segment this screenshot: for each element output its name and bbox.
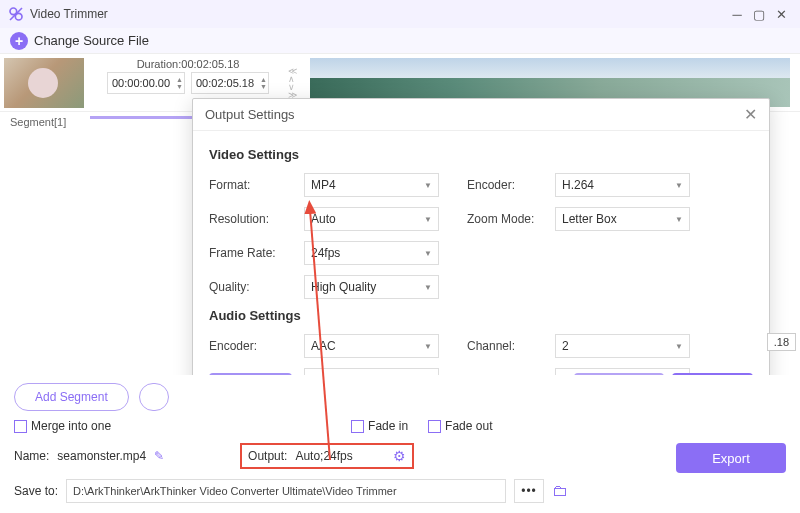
- audio-encoder-label: Encoder:: [209, 339, 304, 353]
- change-source-label: Change Source File: [34, 33, 149, 48]
- audio-encoder-select[interactable]: AAC▼: [304, 334, 439, 358]
- add-segment-button[interactable]: Add Segment: [14, 383, 129, 411]
- gear-icon[interactable]: ⚙: [393, 448, 406, 464]
- minimize-button[interactable]: ─: [726, 3, 748, 25]
- quality-select[interactable]: High Quality▼: [304, 275, 439, 299]
- dialog-title: Output Settings: [205, 107, 295, 122]
- channel-select[interactable]: 2▼: [555, 334, 690, 358]
- app-logo-icon: [8, 6, 24, 22]
- audio-settings-heading: Audio Settings: [209, 308, 753, 323]
- maximize-button[interactable]: ▢: [748, 3, 770, 25]
- duration-label: Duration:00:02:05.18: [137, 58, 240, 70]
- resolution-label: Resolution:: [209, 212, 304, 226]
- output-settings-dialog: Output Settings ✕ Video Settings Format:…: [192, 98, 770, 410]
- video-settings-heading: Video Settings: [209, 147, 753, 162]
- dialog-header: Output Settings ✕: [193, 99, 769, 131]
- spinner-icon[interactable]: ▲▼: [260, 76, 267, 90]
- framerate-select[interactable]: 24fps▼: [304, 241, 439, 265]
- plus-icon: +: [10, 32, 28, 50]
- secondary-button[interactable]: [139, 383, 169, 411]
- chevron-down-icon: ▼: [424, 283, 432, 292]
- window-title: Video Trimmer: [30, 7, 726, 21]
- format-label: Format:: [209, 178, 304, 192]
- format-select[interactable]: MP4▼: [304, 173, 439, 197]
- chevron-down-icon: ▼: [424, 215, 432, 224]
- change-source-bar[interactable]: + Change Source File: [0, 28, 800, 54]
- save-path-input[interactable]: D:\ArkThinker\ArkThinker Video Converter…: [66, 479, 506, 503]
- quality-label: Quality:: [209, 280, 304, 294]
- browse-button[interactable]: •••: [514, 479, 544, 503]
- fadeout-checkbox[interactable]: Fade out: [428, 419, 492, 433]
- chevron-down-icon: ▼: [424, 342, 432, 351]
- output-label: Output:: [248, 449, 287, 463]
- chevron-down-icon: ▼: [675, 181, 683, 190]
- framerate-label: Frame Rate:: [209, 246, 304, 260]
- spinner-icon[interactable]: ▲▼: [176, 76, 183, 90]
- close-button[interactable]: ✕: [770, 3, 792, 25]
- zoom-mode-label: Zoom Mode:: [467, 212, 555, 226]
- segment-label: Segment[1]: [10, 116, 66, 128]
- edit-name-icon[interactable]: ✎: [154, 449, 164, 463]
- start-time-input[interactable]: 00:00:00.00▲▼: [107, 72, 185, 94]
- resolution-select[interactable]: Auto▼: [304, 207, 439, 231]
- open-folder-icon[interactable]: 🗀: [552, 482, 568, 500]
- encoder-label: Encoder:: [467, 178, 555, 192]
- merge-checkbox[interactable]: Merge into one: [14, 419, 111, 433]
- zoom-mode-select[interactable]: Letter Box▼: [555, 207, 690, 231]
- chevron-down-icon: ▼: [675, 215, 683, 224]
- name-label: Name:: [14, 449, 49, 463]
- end-time-input[interactable]: 00:02:05.18▲▼: [191, 72, 269, 94]
- chevron-down-icon: ▼: [424, 181, 432, 190]
- chevron-down-icon: ▼: [675, 342, 683, 351]
- output-value: Auto;24fps: [295, 449, 385, 463]
- output-summary-box: Output: Auto;24fps ⚙: [240, 443, 414, 469]
- channel-label: Channel:: [467, 339, 555, 353]
- chevron-down-icon: ▼: [424, 249, 432, 258]
- filename-text: seamonster.mp4: [57, 449, 146, 463]
- export-button[interactable]: Export: [676, 443, 786, 473]
- save-to-label: Save to:: [14, 484, 58, 498]
- video-thumbnail[interactable]: [4, 58, 84, 108]
- video-encoder-select[interactable]: H.264▼: [555, 173, 690, 197]
- dialog-close-button[interactable]: ✕: [744, 105, 757, 124]
- titlebar: Video Trimmer ─ ▢ ✕: [0, 0, 800, 28]
- time-tooltip: .18: [767, 333, 796, 351]
- fadein-checkbox[interactable]: Fade in: [351, 419, 408, 433]
